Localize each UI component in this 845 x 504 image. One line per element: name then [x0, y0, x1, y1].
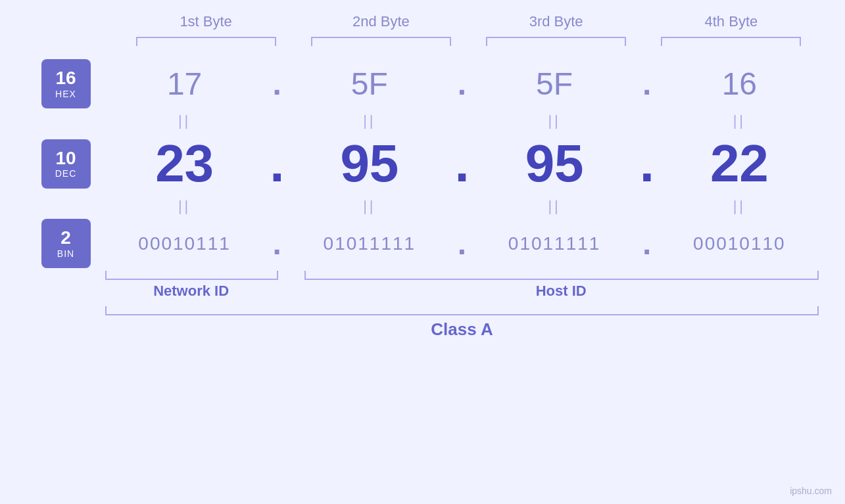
byte-header-4: 4th Byte — [644, 13, 819, 37]
eq-spacer-5 — [449, 194, 475, 219]
eq-2-1: || — [105, 194, 264, 219]
byte-headers: 1st Byte 2nd Byte 3rd Byte 4th Byte — [26, 13, 819, 37]
bin-label: 2 BIN — [26, 219, 105, 268]
eq-spacer-4 — [264, 194, 290, 219]
dec-byte-4: 22 — [660, 133, 819, 194]
bin-byte-4: 00010110 — [660, 233, 819, 254]
dec-label: 10 DEC — [26, 139, 105, 189]
dec-byte-1: 23 — [105, 133, 264, 194]
id-spacer — [277, 283, 303, 300]
bracket-spacer — [278, 271, 304, 280]
bottom-brackets — [26, 271, 819, 280]
class-label: Class A — [105, 319, 819, 340]
host-bracket — [304, 271, 819, 280]
byte-header-3: 3rd Byte — [469, 13, 644, 37]
hex-badge-text: HEX — [55, 89, 76, 99]
bracket-line-2 — [311, 37, 451, 46]
bin-byte-3: 01011111 — [475, 233, 634, 254]
equals-row-2: || || || || — [26, 194, 819, 219]
dot-bin-1: . — [264, 225, 290, 262]
bin-cells: 00010111 . 01011111 . 01011111 . 0001011… — [105, 225, 819, 262]
bin-byte-1: 00010111 — [105, 233, 264, 254]
main-container: 1st Byte 2nd Byte 3rd Byte 4th Byte 16 H… — [0, 0, 845, 504]
eq-2-3: || — [475, 194, 634, 219]
dot-hex-1: . — [264, 66, 290, 102]
hex-row: 16 HEX 17 . 5F . 5F . 16 — [26, 59, 819, 108]
hex-byte-3: 5F — [475, 66, 634, 102]
dec-cells: 23 . 95 . 95 . 22 — [105, 133, 819, 194]
equals-row-1: || || || || — [26, 108, 819, 133]
top-bracket-2 — [293, 37, 468, 46]
dot-hex-3: . — [634, 66, 660, 102]
byte-header-2: 2nd Byte — [293, 13, 468, 37]
eq-1-1: || — [105, 108, 264, 133]
eq-spacer-3 — [634, 108, 660, 133]
dot-bin-2: . — [449, 225, 475, 262]
top-bracket-4 — [644, 37, 819, 46]
dec-row: 10 DEC 23 . 95 . 95 . 22 — [26, 133, 819, 194]
hex-byte-4: 16 — [660, 66, 819, 102]
dot-dec-2: . — [449, 133, 475, 194]
hex-cells: 17 . 5F . 5F . 16 — [105, 66, 819, 102]
bin-badge-number: 2 — [60, 228, 71, 248]
eq-spacer-1 — [264, 108, 290, 133]
host-id-label: Host ID — [303, 283, 819, 300]
class-bracket — [105, 306, 819, 315]
hex-badge: 16 HEX — [41, 59, 91, 108]
bin-badge: 2 BIN — [41, 219, 91, 268]
dec-badge-text: DEC — [55, 168, 77, 179]
dec-byte-2: 95 — [290, 133, 448, 194]
dec-badge: 10 DEC — [41, 139, 91, 189]
dec-badge-number: 10 — [55, 149, 76, 169]
network-id-label: Network ID — [105, 283, 277, 300]
class-row-wrapper: Class A — [26, 306, 819, 340]
bin-badge-text: BIN — [57, 248, 74, 259]
bracket-line-1 — [136, 37, 276, 46]
eq-2-4: || — [660, 194, 819, 219]
top-bracket-1 — [118, 37, 293, 46]
dec-byte-3: 95 — [475, 133, 634, 194]
bracket-line-4 — [661, 37, 801, 46]
byte-header-1: 1st Byte — [118, 13, 293, 37]
hex-byte-1: 17 — [105, 66, 264, 102]
top-brackets — [26, 37, 819, 46]
dot-bin-3: . — [634, 225, 660, 262]
dot-hex-2: . — [449, 66, 475, 102]
watermark: ipshu.com — [790, 486, 832, 496]
network-bracket — [105, 271, 278, 280]
hex-badge-number: 16 — [55, 68, 76, 89]
bracket-line-3 — [486, 37, 626, 46]
bin-byte-2: 01011111 — [290, 233, 448, 254]
eq-2-2: || — [290, 194, 448, 219]
id-labels: Network ID Host ID — [26, 283, 819, 300]
top-bracket-3 — [469, 37, 644, 46]
dot-dec-1: . — [264, 133, 290, 194]
eq-spacer-6 — [634, 194, 660, 219]
eq-1-4: || — [660, 108, 819, 133]
hex-label: 16 HEX — [26, 59, 105, 108]
dot-dec-3: . — [634, 133, 660, 194]
hex-byte-2: 5F — [290, 66, 448, 102]
eq-1-2: || — [290, 108, 448, 133]
eq-spacer-2 — [449, 108, 475, 133]
bin-row: 2 BIN 00010111 . 01011111 . 01011111 . 0… — [26, 219, 819, 268]
eq-1-3: || — [475, 108, 634, 133]
